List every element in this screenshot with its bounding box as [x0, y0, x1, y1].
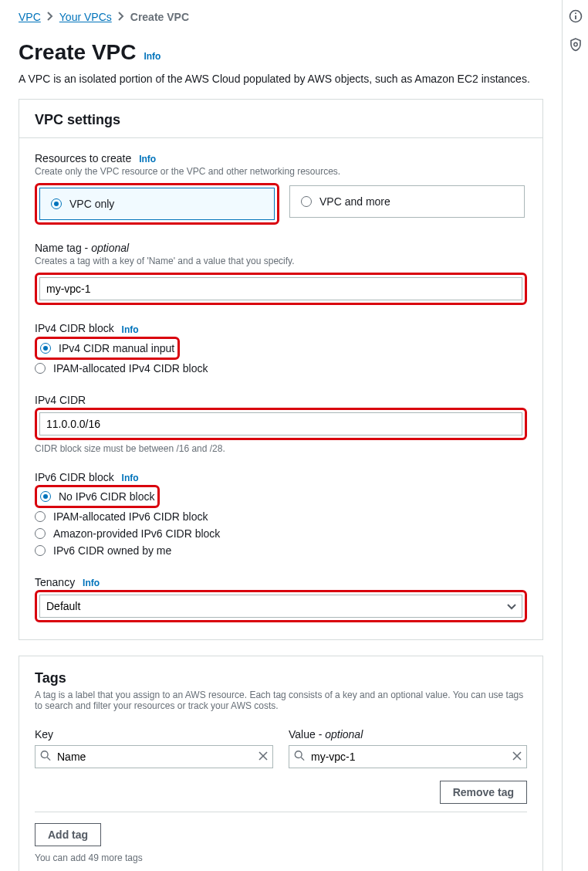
field-label: IPv4 CIDR block: [35, 322, 114, 334]
ipv4-cidr-block-field: IPv4 CIDR block Info IPv4 CIDR manual in…: [35, 322, 527, 376]
radio-unselected-icon: [35, 363, 46, 374]
tenancy-field: Tenancy Info: [35, 576, 527, 622]
field-hint: CIDR block size must be between /16 and …: [35, 443, 527, 454]
radio-label: IPv4 CIDR manual input: [59, 342, 174, 354]
radio-unselected-icon: [35, 511, 46, 522]
radio-selected-icon: [51, 198, 62, 209]
breadcrumb-link-vpc[interactable]: VPC: [19, 11, 41, 23]
info-link[interactable]: Info: [144, 51, 161, 62]
field-label: Name tag -: [35, 242, 91, 254]
info-link[interactable]: Info: [122, 473, 139, 483]
field-description: Create only the VPC resource or the VPC …: [35, 166, 527, 177]
tag-key-input[interactable]: [35, 745, 273, 768]
breadcrumb-link-your-vpcs[interactable]: Your VPCs: [59, 11, 112, 23]
optional-label: optional: [325, 728, 363, 741]
tenancy-select[interactable]: [39, 595, 522, 618]
ipv6-cidr-block-field: IPv6 CIDR block Info No IPv6 CIDR block …: [35, 471, 527, 559]
search-icon: [40, 751, 51, 764]
clear-icon[interactable]: [259, 751, 268, 763]
radio-ipv6-none[interactable]: No IPv6 CIDR block: [40, 488, 154, 505]
optional-label: optional: [91, 242, 129, 254]
tag-row: Key Value - optional: [35, 728, 527, 768]
page-description: A VPC is an isolated portion of the AWS …: [19, 73, 543, 85]
field-description: Creates a tag with a key of 'Name' and a…: [35, 256, 527, 266]
radio-label: IPv6 CIDR owned by me: [53, 544, 171, 557]
radio-ipv6-amazon[interactable]: Amazon-provided IPv6 CIDR block: [35, 525, 527, 542]
page-title: Create VPC: [19, 40, 137, 65]
tags-description: A tag is a label that you assign to an A…: [35, 690, 527, 711]
svg-point-4: [295, 751, 302, 758]
name-tag-input[interactable]: [39, 277, 522, 300]
radio-label: Amazon-provided IPv6 CIDR block: [53, 527, 220, 540]
name-tag-field: Name tag - optional Creates a tag with a…: [35, 242, 527, 305]
tags-panel: Tags A tag is a label that you assign to…: [19, 656, 543, 871]
panel-title: VPC settings: [35, 112, 527, 128]
breadcrumb: VPC Your VPCs Create VPC: [19, 11, 543, 23]
tag-value-label: Value -: [289, 728, 325, 741]
field-label: Resources to create: [35, 152, 131, 164]
tile-vpc-only[interactable]: VPC only: [39, 188, 275, 220]
radio-ipv4-ipam[interactable]: IPAM-allocated IPv4 CIDR block: [35, 360, 527, 377]
panel-title: Tags: [35, 670, 527, 686]
info-link[interactable]: Info: [83, 578, 100, 588]
field-label: IPv4 CIDR: [35, 394, 527, 406]
tag-key-label: Key: [35, 728, 273, 741]
radio-unselected-icon: [35, 545, 46, 556]
info-link[interactable]: Info: [122, 324, 139, 335]
ipv4-cidr-field: IPv4 CIDR CIDR block size must be betwee…: [35, 394, 527, 454]
radio-selected-icon: [40, 343, 51, 354]
tenancy-select-value[interactable]: [39, 595, 522, 618]
svg-point-0: [41, 751, 48, 758]
clear-icon[interactable]: [512, 751, 522, 763]
tile-vpc-and-more[interactable]: VPC and more: [289, 185, 525, 218]
chevron-right-icon: [47, 11, 53, 23]
right-side-rail: [562, 0, 588, 871]
svg-line-5: [301, 757, 304, 761]
vpc-settings-panel: VPC settings Resources to create Info Cr…: [19, 99, 543, 640]
svg-line-1: [47, 757, 50, 761]
radio-ipv6-ipam[interactable]: IPAM-allocated IPv6 CIDR block: [35, 508, 527, 525]
radio-ipv6-owned[interactable]: IPv6 CIDR owned by me: [35, 542, 527, 559]
tag-value-input[interactable]: [289, 745, 527, 768]
info-icon[interactable]: [569, 9, 583, 25]
field-label: IPv6 CIDR block: [35, 471, 114, 483]
shield-icon[interactable]: [569, 38, 583, 54]
radio-label: IPAM-allocated IPv6 CIDR block: [53, 510, 208, 523]
radio-selected-icon: [40, 491, 51, 502]
info-link[interactable]: Info: [139, 154, 156, 164]
tag-count-hint: You can add 49 more tags: [35, 852, 527, 863]
field-label: Tenancy: [35, 576, 75, 588]
tile-label: VPC only: [69, 198, 114, 210]
radio-unselected-icon: [301, 196, 312, 207]
radio-ipv4-manual[interactable]: IPv4 CIDR manual input: [40, 340, 174, 357]
radio-label: IPAM-allocated IPv4 CIDR block: [53, 362, 208, 374]
radio-label: No IPv6 CIDR block: [59, 490, 154, 503]
search-icon: [294, 751, 305, 764]
breadcrumb-current: Create VPC: [130, 11, 189, 23]
svg-point-11: [573, 42, 576, 46]
ipv4-cidr-input[interactable]: [39, 412, 522, 436]
radio-unselected-icon: [35, 528, 46, 539]
chevron-right-icon: [118, 11, 124, 23]
svg-point-10: [575, 12, 576, 14]
tile-label: VPC and more: [319, 195, 390, 208]
add-tag-button[interactable]: Add tag: [35, 823, 101, 846]
remove-tag-button[interactable]: Remove tag: [440, 781, 527, 804]
resources-to-create-field: Resources to create Info Create only the…: [35, 152, 527, 225]
